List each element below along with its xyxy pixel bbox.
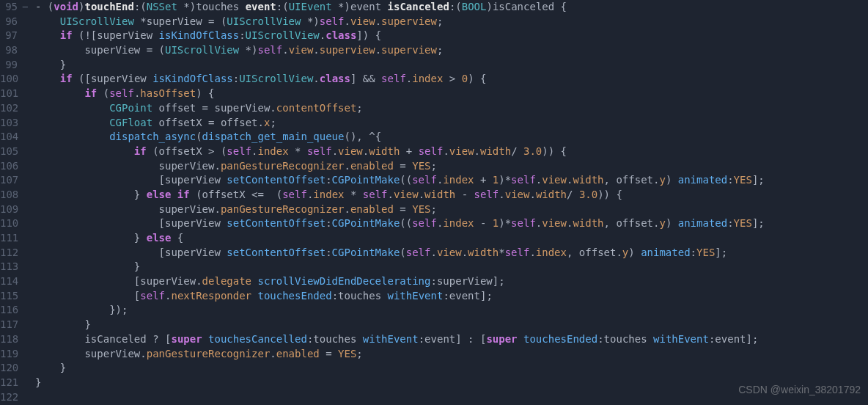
code-line[interactable]: superView = (UIScrollView *)self.view.su… <box>35 43 868 58</box>
code-line[interactable]: superView.panGestureRecognizer.enabled =… <box>35 202 868 217</box>
fold-marker <box>22 87 35 101</box>
code-line[interactable]: if (self.hasOffset) { <box>35 87 868 101</box>
code-line[interactable]: CGFloat offsetX = offset.x; <box>35 116 868 131</box>
code-line[interactable] <box>35 390 868 405</box>
code-line[interactable]: superView.panGestureRecognizer.enabled =… <box>35 347 868 362</box>
line-number: 121 <box>0 376 18 390</box>
code-line[interactable]: } else { <box>35 231 868 246</box>
code-line[interactable]: [superView.delegate scrollViewDidEndDece… <box>35 274 868 289</box>
code-line[interactable]: } <box>35 376 868 390</box>
fold-marker <box>22 246 35 260</box>
code-line[interactable]: if (offsetX > (self.index * self.view.wi… <box>35 145 868 159</box>
code-editor[interactable]: 9596979899100101102103104105106107108109… <box>0 0 868 404</box>
line-number: 120 <box>0 361 18 376</box>
fold-marker <box>22 58 35 73</box>
fold-marker <box>22 29 35 43</box>
line-number: 113 <box>0 260 18 274</box>
line-number: 115 <box>0 289 18 304</box>
fold-marker <box>22 130 35 145</box>
fold-marker <box>22 173 35 188</box>
fold-marker <box>22 260 35 274</box>
fold-marker <box>22 274 35 289</box>
code-line[interactable]: } <box>35 318 868 332</box>
fold-marker <box>22 303 35 318</box>
fold-marker <box>22 188 35 202</box>
fold-marker <box>22 15 35 29</box>
line-number: 107 <box>0 173 18 188</box>
fold-marker <box>22 289 35 304</box>
line-number: 122 <box>0 390 18 405</box>
code-line[interactable]: isCanceled ? [super touchesCancelled:tou… <box>35 332 868 347</box>
code-line[interactable]: superView.panGestureRecognizer.enabled =… <box>35 159 868 174</box>
fold-marker <box>22 390 35 405</box>
line-number: 101 <box>0 87 18 101</box>
line-number: 105 <box>0 145 18 159</box>
fold-marker <box>22 318 35 332</box>
fold-marker <box>22 101 35 116</box>
line-number: 112 <box>0 246 18 260</box>
line-number: 103 <box>0 116 18 131</box>
line-number: 117 <box>0 318 18 332</box>
line-number: 109 <box>0 202 18 217</box>
code-area[interactable]: - (void)touchEnd:(NSSet *)touches event:… <box>35 0 868 404</box>
line-number: 106 <box>0 159 18 174</box>
fold-marker <box>22 332 35 347</box>
fold-marker <box>22 145 35 159</box>
fold-marker <box>22 216 35 231</box>
line-number: 111 <box>0 231 18 246</box>
fold-marker <box>22 43 35 58</box>
line-number: 95 <box>0 0 18 15</box>
code-line[interactable]: } <box>35 361 868 376</box>
fold-marker <box>22 202 35 217</box>
fold-marker <box>22 72 35 87</box>
code-line[interactable]: [superView setContentOffset:CGPointMake(… <box>35 246 868 260</box>
fold-marker <box>22 347 35 362</box>
line-number: 99 <box>0 58 18 73</box>
line-number: 97 <box>0 29 18 43</box>
line-number: 110 <box>0 216 18 231</box>
code-line[interactable]: } else if (offsetX <= (self.index * self… <box>35 188 868 202</box>
fold-marker <box>22 116 35 131</box>
line-number: 96 <box>0 15 18 29</box>
code-line[interactable]: UIScrollView *superView = (UIScrollView … <box>35 15 868 29</box>
code-line[interactable]: CGPoint offset = superView.contentOffset… <box>35 101 868 116</box>
code-line[interactable]: if (![superView isKindOfClass:UIScrollVi… <box>35 29 868 43</box>
code-line[interactable]: } <box>35 58 868 73</box>
line-number: 98 <box>0 43 18 58</box>
fold-column[interactable]: − <box>22 0 35 404</box>
line-number: 119 <box>0 347 18 362</box>
fold-marker <box>22 361 35 376</box>
code-line[interactable]: [superView setContentOffset:CGPointMake(… <box>35 173 868 188</box>
fold-marker[interactable]: − <box>22 0 35 15</box>
line-number: 100 <box>0 72 18 87</box>
code-line[interactable]: if ([superView isKindOfClass:UIScrollVie… <box>35 72 868 87</box>
fold-marker <box>22 376 35 390</box>
fold-marker <box>22 159 35 174</box>
code-line[interactable]: }); <box>35 303 868 318</box>
code-line[interactable]: } <box>35 260 868 274</box>
fold-marker <box>22 231 35 246</box>
line-number: 118 <box>0 332 18 347</box>
line-number-gutter: 9596979899100101102103104105106107108109… <box>0 0 22 404</box>
line-number: 102 <box>0 101 18 116</box>
code-line[interactable]: [superView setContentOffset:CGPointMake(… <box>35 216 868 231</box>
code-line[interactable]: - (void)touchEnd:(NSSet *)touches event:… <box>35 0 868 15</box>
code-line[interactable]: dispatch_async(dispatch_get_main_queue()… <box>35 130 868 145</box>
line-number: 116 <box>0 303 18 318</box>
line-number: 104 <box>0 130 18 145</box>
code-line[interactable]: [self.nextResponder touchesEnded:touches… <box>35 289 868 304</box>
line-number: 108 <box>0 188 18 202</box>
line-number: 114 <box>0 274 18 289</box>
